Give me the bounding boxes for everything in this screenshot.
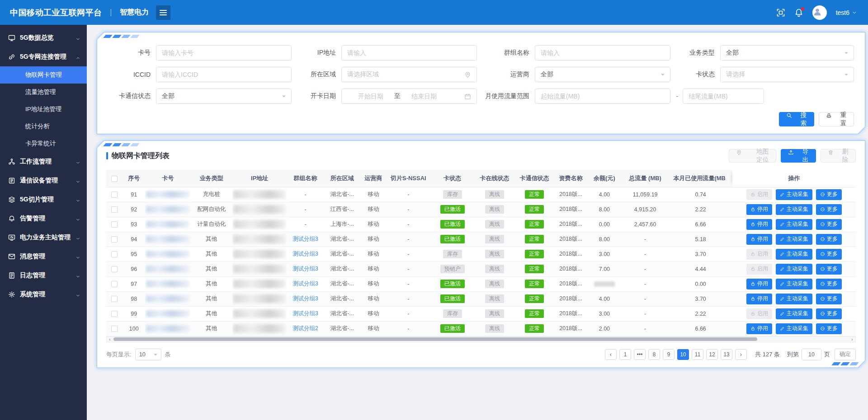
page-button-8[interactable]: 8 xyxy=(648,349,660,360)
disable-button[interactable]: 停用 xyxy=(746,234,772,245)
sidebar-item-layers[interactable]: 5G切片管理 xyxy=(0,190,87,209)
row-checkbox[interactable] xyxy=(111,296,118,302)
row-checkbox[interactable] xyxy=(111,326,118,332)
map-locate-button[interactable]: 地图定位 xyxy=(729,149,776,163)
row-checkbox[interactable] xyxy=(111,221,118,228)
enable-button[interactable]: 启用 xyxy=(746,308,772,319)
page-button-13[interactable]: 13 xyxy=(721,349,732,360)
sidebar-item-alarm[interactable]: 告警管理 xyxy=(0,209,87,228)
sidebar-item-mail[interactable]: 消息管理 xyxy=(0,247,87,266)
reset-button[interactable]: 重置 xyxy=(819,112,854,126)
disable-button[interactable]: 停用 xyxy=(746,204,772,215)
next-page-button[interactable]: › xyxy=(735,349,747,360)
horizontal-scrollbar[interactable]: ‹ › xyxy=(106,336,856,342)
enable-button[interactable]: 启用 xyxy=(746,264,772,275)
sidebar-item-device[interactable]: 通信设备管理 xyxy=(0,171,87,190)
confirm-jump-button[interactable]: 确定 xyxy=(835,349,856,360)
sidebar-item-dashboard[interactable]: 5G数据总览 xyxy=(0,28,87,47)
sidebar-item-monitor[interactable]: 电力业务主站管理 xyxy=(0,228,87,247)
fullscreen-icon[interactable] xyxy=(776,8,785,17)
enable-button[interactable]: 启用 xyxy=(746,249,772,260)
user-avatar[interactable] xyxy=(812,5,827,20)
region-select[interactable]: 请选择区域 xyxy=(341,67,477,82)
more-button[interactable]: 更多 xyxy=(816,219,842,230)
card-status-select[interactable]: 请选择 xyxy=(720,67,854,82)
row-checkbox[interactable] xyxy=(111,236,118,243)
scroll-left-arrow[interactable]: ‹ xyxy=(107,337,113,342)
collect-button[interactable]: 主动采集 xyxy=(776,279,812,289)
more-button[interactable]: 更多 xyxy=(816,323,842,334)
collect-button[interactable]: 主动采集 xyxy=(776,234,812,245)
open-date-range-picker[interactable]: 至 xyxy=(341,89,477,104)
more-button[interactable]: 更多 xyxy=(816,249,842,260)
group-name-input[interactable] xyxy=(541,49,665,56)
more-button[interactable]: 更多 xyxy=(816,264,842,275)
sidebar-subitem[interactable]: 统计分析 xyxy=(0,118,87,135)
iccid-input[interactable] xyxy=(162,71,286,78)
group-link[interactable]: 测试分组3 xyxy=(292,251,318,257)
jump-page-input[interactable] xyxy=(802,349,821,360)
comm-status-select[interactable]: 全部 xyxy=(156,89,292,104)
collect-button[interactable]: 主动采集 xyxy=(776,308,812,319)
end-date-input[interactable] xyxy=(401,93,448,100)
start-date-input[interactable] xyxy=(347,93,394,100)
more-button[interactable]: 更多 xyxy=(816,189,842,200)
sidebar-subitem[interactable]: 卡异常统计 xyxy=(0,135,87,152)
sidebar-item-log[interactable]: 日志管理 xyxy=(0,266,87,285)
per-page-select[interactable]: 10 xyxy=(135,349,161,360)
collect-button[interactable]: 主动采集 xyxy=(776,204,812,215)
flow-start-input[interactable] xyxy=(541,93,665,100)
disable-button[interactable]: 停用 xyxy=(746,294,772,304)
search-button[interactable]: 搜索 xyxy=(779,112,814,126)
menu-collapse-button[interactable] xyxy=(156,5,170,20)
notification-bell-icon[interactable] xyxy=(794,8,803,17)
row-checkbox[interactable] xyxy=(111,281,118,287)
row-checkbox[interactable] xyxy=(111,206,118,213)
delete-button[interactable]: 删除 xyxy=(821,149,856,163)
collect-button[interactable]: 主动采集 xyxy=(776,264,812,275)
collect-button[interactable]: 主动采集 xyxy=(776,323,812,334)
group-link[interactable]: 测试分组3 xyxy=(292,295,318,302)
group-link[interactable]: 测试分组3 xyxy=(292,236,318,242)
collect-button[interactable]: 主动采集 xyxy=(776,189,812,200)
group-link[interactable]: 测试分组3 xyxy=(292,310,318,317)
more-button[interactable]: 更多 xyxy=(816,204,842,215)
sidebar-subitem[interactable]: IP地址池管理 xyxy=(0,101,87,118)
sidebar-item-workflow[interactable]: 工作流管理 xyxy=(0,152,87,171)
page-button-12[interactable]: 12 xyxy=(706,349,718,360)
disable-button[interactable]: 停用 xyxy=(746,279,772,289)
group-link[interactable]: 测试分组3 xyxy=(292,266,318,272)
sidebar-item-link[interactable]: 5G专网连接管理 xyxy=(0,47,87,66)
prev-page-button[interactable]: ‹ xyxy=(605,349,617,360)
carrier-select[interactable]: 全部 xyxy=(535,67,670,82)
page-button-9[interactable]: 9 xyxy=(663,349,675,360)
more-button[interactable]: 更多 xyxy=(816,279,842,289)
more-button[interactable]: 更多 xyxy=(816,234,842,245)
business-type-select[interactable]: 全部 xyxy=(720,45,854,61)
scroll-right-arrow[interactable]: › xyxy=(849,337,855,342)
page-button-11[interactable]: 11 xyxy=(692,349,703,360)
ip-input[interactable] xyxy=(347,49,471,56)
group-link[interactable]: 测试分组3 xyxy=(292,280,318,287)
card-number-input[interactable] xyxy=(162,49,286,56)
sidebar-subitem[interactable]: 物联网卡管理 xyxy=(0,66,87,84)
export-button[interactable]: 导出 xyxy=(781,149,816,163)
row-checkbox[interactable] xyxy=(111,311,118,317)
page-ellipsis[interactable]: ••• xyxy=(634,349,646,360)
flow-end-input[interactable] xyxy=(689,93,758,100)
enable-button[interactable]: 启用 xyxy=(746,189,772,200)
user-menu[interactable]: test6 xyxy=(836,9,857,16)
more-button[interactable]: 更多 xyxy=(816,294,842,304)
row-checkbox[interactable] xyxy=(111,191,118,198)
sidebar-item-gear[interactable]: 系统管理 xyxy=(0,285,87,304)
disable-button[interactable]: 停用 xyxy=(746,323,772,334)
row-checkbox[interactable] xyxy=(111,251,118,257)
select-all-checkbox[interactable] xyxy=(111,176,118,182)
disable-button[interactable]: 停用 xyxy=(746,219,772,230)
collect-button[interactable]: 主动采集 xyxy=(776,294,812,304)
page-button-10[interactable]: 10 xyxy=(677,349,689,360)
collect-button[interactable]: 主动采集 xyxy=(776,219,812,230)
page-button-1[interactable]: 1 xyxy=(619,349,631,360)
scrollbar-thumb[interactable] xyxy=(113,337,757,341)
row-checkbox[interactable] xyxy=(111,266,118,272)
